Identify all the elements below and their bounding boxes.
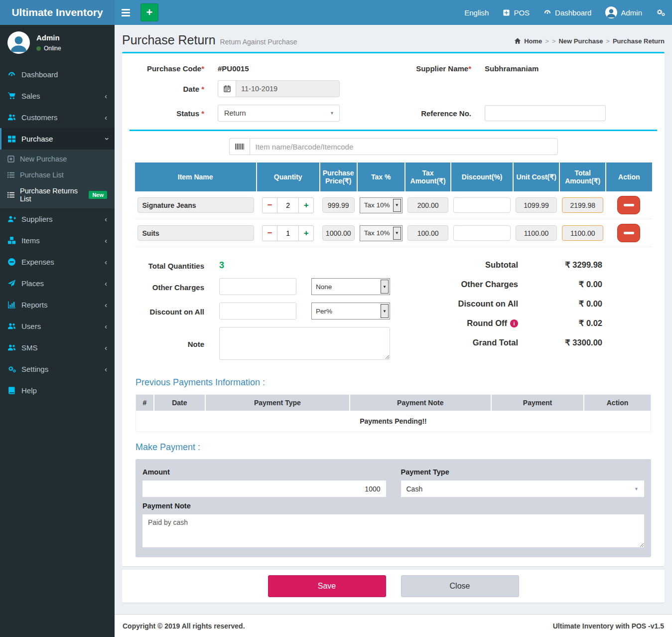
previous-payments-heading: Previous Payments Information :	[135, 377, 651, 388]
note-textarea[interactable]	[219, 327, 390, 360]
discount-input[interactable]	[453, 197, 510, 213]
bar-chart-icon	[7, 301, 16, 309]
copyright-text: Copyright © 2019 All rights reserved.	[123, 622, 245, 630]
close-button[interactable]: Close	[401, 575, 519, 597]
item-search-input[interactable]	[250, 138, 558, 155]
total-quantities-label: Total Quantities	[122, 261, 204, 270]
pos-link[interactable]: POS	[496, 0, 537, 25]
unit-cost-input[interactable]	[516, 225, 557, 241]
submenu-item-new-purchase[interactable]: New Purchase	[0, 151, 115, 167]
round-off-value: ₹ 0.02	[518, 318, 602, 328]
sidebar-item-customers[interactable]: Customers ‹	[0, 107, 115, 128]
tax-select[interactable]: Tax 10% ▼	[360, 225, 403, 241]
payment-type-select[interactable]: Cash ▼	[401, 480, 645, 497]
qty-increase-button[interactable]: +	[298, 225, 314, 241]
col-payment: Payment	[491, 395, 584, 411]
col-item-name: Item Name	[135, 162, 257, 191]
sidebar-item-dashboard[interactable]: Dashboard	[0, 64, 115, 85]
qty-input[interactable]	[277, 225, 298, 241]
chevron-left-icon: ‹	[105, 215, 107, 223]
discount-input[interactable]	[453, 225, 510, 241]
date-label: Date *	[122, 85, 204, 93]
sidebar-item-settings[interactable]: Settings ‹	[0, 358, 115, 380]
sidebar-item-help[interactable]: Help	[0, 380, 115, 401]
col-quantity: Quantity	[257, 162, 320, 191]
breadcrumb-new-purchase[interactable]: New Purchase	[558, 37, 603, 45]
sidebar-item-sms[interactable]: SMS ‹	[0, 337, 115, 358]
total-amount-input[interactable]	[562, 197, 603, 213]
chevron-left-icon: ‹	[105, 258, 107, 266]
supplier-name-value: Subhramaniam	[485, 64, 606, 73]
grid-icon	[7, 135, 16, 143]
purchase-price-input[interactable]	[322, 197, 355, 213]
user-menu[interactable]: Admin	[598, 0, 649, 25]
sidebar-item-reports[interactable]: Reports ‹	[0, 294, 115, 316]
sidebar-item-sales[interactable]: Sales ‹	[0, 85, 115, 107]
tachometer-icon	[7, 70, 16, 79]
qty-increase-button[interactable]: +	[298, 197, 314, 213]
sidebar-user-panel: Admin Online	[0, 25, 115, 62]
discount-on-all-input[interactable]	[219, 303, 296, 319]
tax-amount-input[interactable]	[407, 225, 449, 241]
sidebar-item-places[interactable]: Places ‹	[0, 273, 115, 294]
chevron-left-icon: ‹	[105, 365, 107, 373]
date-input[interactable]	[236, 80, 340, 97]
online-dot-icon	[36, 46, 41, 51]
total-quantities-value: 3	[219, 260, 426, 271]
payment-note-textarea[interactable]: Paid by cash	[142, 514, 644, 547]
item-name-input[interactable]	[137, 225, 254, 241]
cogs-icon	[656, 8, 665, 16]
col-discount: Discount(%)	[451, 162, 513, 191]
discount-summary-label: Discount on All	[458, 299, 518, 309]
status-select[interactable]: Return ▼	[218, 105, 340, 122]
qty-input[interactable]	[277, 197, 298, 213]
sidebar-item-purchase[interactable]: Purchase ‹	[0, 128, 115, 150]
dashboard-link[interactable]: Dashboard	[537, 0, 598, 25]
col-payment-type: Payment Type	[205, 395, 350, 411]
amount-input[interactable]	[142, 480, 386, 497]
sidebar-item-expenses[interactable]: Expenses ‹	[0, 251, 115, 273]
make-payment-panel: Amount Payment Type Cash ▼ Payment N	[135, 459, 651, 557]
tax-amount-input[interactable]	[407, 197, 449, 213]
topbar-right: English POS Dashboard Admin	[457, 0, 672, 25]
cogs-icon	[7, 365, 16, 373]
main-content: Purchase Return Return Against Purchase …	[115, 25, 672, 603]
qty-decrease-button[interactable]: −	[262, 225, 277, 241]
purchase-price-input[interactable]	[322, 225, 355, 241]
submenu-item-purchase-list[interactable]: Purchase List	[0, 167, 115, 183]
sidebar-item-suppliers[interactable]: Suppliers ‹	[0, 208, 115, 230]
other-charges-type-select[interactable]: None ▼	[311, 278, 390, 295]
submenu-item-purchase-returns-list[interactable]: Purchase Returns List New	[0, 183, 115, 207]
make-payment-section: Make Payment : Amount Payment Type Cash …	[122, 432, 665, 557]
sidebar-item-items[interactable]: Items ‹	[0, 230, 115, 251]
qty-decrease-button[interactable]: −	[262, 197, 277, 213]
remove-item-button[interactable]	[617, 224, 640, 242]
sidebar-item-users[interactable]: Users ‹	[0, 316, 115, 337]
tax-select[interactable]: Tax 10% ▼	[360, 197, 403, 213]
quick-add-button[interactable]: +	[140, 3, 158, 21]
sidebar-toggle-button[interactable]	[115, 0, 136, 25]
remove-item-button[interactable]	[617, 196, 640, 214]
info-icon[interactable]: i	[510, 319, 518, 327]
discount-type-select[interactable]: Per% ▼	[311, 303, 390, 319]
note-label: Note	[122, 339, 204, 348]
discount-on-all-label: Discount on All	[122, 307, 204, 316]
reference-input[interactable]	[485, 105, 606, 121]
other-charges-input[interactable]	[219, 278, 296, 295]
col-action: Action	[584, 395, 651, 411]
save-button[interactable]: Save	[268, 575, 386, 597]
item-name-input[interactable]	[137, 197, 254, 213]
subtotal-value: ₹ 3299.98	[518, 260, 602, 270]
sidebar-menu: Dashboard Sales ‹ Customers ‹	[0, 64, 115, 401]
settings-menu[interactable]	[649, 0, 672, 25]
unit-cost-input[interactable]	[516, 197, 557, 213]
users-icon	[7, 322, 16, 330]
total-amount-input[interactable]	[562, 225, 603, 241]
plus-square-icon	[503, 9, 510, 16]
brand-logo[interactable]: Ultimate Inventory	[0, 0, 115, 25]
language-menu[interactable]: English	[457, 0, 496, 25]
user-plus-icon	[7, 215, 16, 223]
col-total-amount: Total Amount(₹)	[559, 162, 606, 191]
avatar	[7, 31, 30, 54]
breadcrumb-home[interactable]: Home	[524, 37, 542, 45]
